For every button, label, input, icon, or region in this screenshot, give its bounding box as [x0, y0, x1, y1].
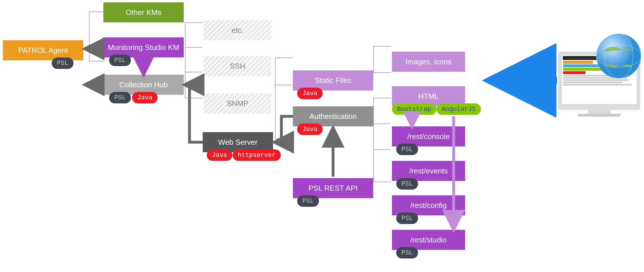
wire: [275, 57, 293, 139]
patrol-agent-label: PATROL Agent: [18, 46, 68, 55]
java-badge: Java: [297, 88, 323, 99]
psl-badge: PSL: [109, 55, 131, 66]
wire: [185, 72, 202, 72]
java-badge: Java: [132, 92, 158, 103]
ms-km-label: Monitoring Studio KM: [108, 43, 179, 52]
psl-badge: PSL: [396, 178, 418, 190]
java-badge: Java: [297, 124, 323, 135]
psl-badge: PSL: [109, 92, 131, 103]
psl-badge: PSL: [396, 213, 418, 224]
wire: [185, 22, 203, 98]
images-box: Images, icons: [392, 52, 465, 72]
endpoint-events-label: /rest/events: [409, 167, 448, 175]
wire: [373, 46, 391, 73]
other-kms-box: Other KMs: [103, 2, 184, 22]
java-badge: Java: [207, 149, 232, 161]
images-label: Images, icons: [405, 57, 451, 66]
rest-api-label: PSL REST API: [308, 184, 358, 193]
wire: [373, 149, 390, 150]
endpoint-config-label: /rest/config: [410, 201, 447, 210]
authentication-label: Authentication: [310, 112, 357, 121]
psl-badge: PSL: [396, 144, 418, 155]
angularjs-badge: AngularJS: [436, 103, 481, 115]
wire: [275, 85, 292, 85]
proto-etc-box: etc.: [204, 20, 271, 40]
svg-point-0: [596, 34, 641, 78]
bootstrap-badge: Bootstrap: [392, 103, 436, 115]
html-label: HTML: [418, 92, 439, 101]
web-server-label: Web Server: [218, 138, 258, 147]
wire: [185, 47, 202, 48]
wire: [373, 98, 391, 182]
endpoint-studio-label: /rest/studio: [410, 236, 447, 244]
patrol-agent-box: PATROL Agent: [3, 40, 83, 60]
other-kms-label: Other KMs: [126, 8, 161, 17]
proto-snmp-box: SNMP: [204, 93, 271, 113]
globe-icon: [594, 32, 643, 80]
proto-ssh-label: SSH: [230, 62, 245, 71]
httpserver-badge: httpserver: [233, 149, 281, 161]
static-files-label: Static Files: [315, 76, 351, 85]
proto-snmp-label: SNMP: [227, 99, 248, 108]
wire: [373, 124, 390, 124]
collection-hub-label: Collection Hub: [119, 80, 168, 89]
psl-badge: PSL: [52, 57, 74, 69]
wire: [89, 11, 104, 61]
proto-etc-label: etc.: [232, 26, 244, 35]
endpoint-console-label: /rest/console: [407, 132, 450, 141]
proto-ssh-box: SSH: [204, 56, 271, 76]
architecture-diagram: { "patrol": "PATROL Agent", "otherkm": "…: [0, 0, 644, 272]
psl-badge: PSL: [297, 195, 319, 207]
psl-badge: PSL: [396, 247, 418, 259]
